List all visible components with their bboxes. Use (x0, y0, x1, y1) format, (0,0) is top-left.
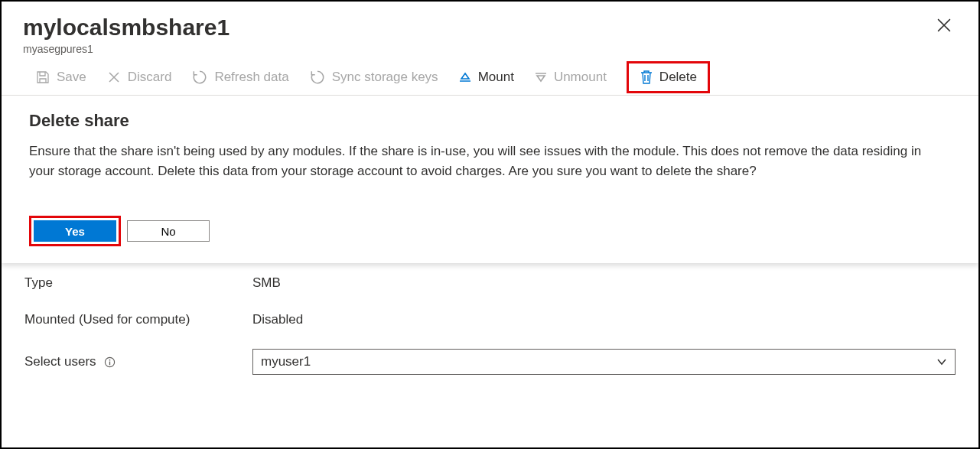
mount-label: Mount (478, 70, 514, 85)
discard-button[interactable]: Discard (106, 70, 172, 85)
delete-highlight: Delete (627, 61, 710, 93)
toolbar: Save Discard Refresh data Sync storage k… (2, 58, 978, 96)
dialog-actions: Yes No (29, 216, 951, 246)
delete-button[interactable]: Delete (640, 70, 697, 85)
unmount-icon (534, 70, 548, 84)
no-button[interactable]: No (127, 220, 210, 242)
refresh-label: Refresh data (214, 70, 288, 85)
unmount-label: Unmount (554, 70, 607, 85)
type-row: Type SMB (24, 271, 956, 301)
svg-rect-2 (109, 362, 110, 366)
trash-icon (640, 70, 653, 85)
select-users-label: Select users (24, 354, 252, 369)
refresh-icon (191, 69, 208, 86)
info-icon[interactable] (104, 356, 116, 368)
type-label: Type (24, 275, 252, 291)
mounted-value: Disabled (252, 312, 303, 327)
mounted-row: Mounted (Used for compute) Disabled (24, 301, 956, 338)
save-label: Save (57, 70, 86, 85)
save-button[interactable]: Save (35, 70, 86, 85)
select-users-row: Select users myuser1 (24, 338, 956, 386)
sync-button[interactable]: Sync storage keys (309, 69, 438, 86)
delete-label: Delete (659, 70, 697, 85)
type-value: SMB (252, 275, 281, 291)
unmount-button[interactable]: Unmount (534, 70, 607, 85)
page-title: mylocalsmbshare1 (23, 14, 957, 41)
refresh-button[interactable]: Refresh data (191, 69, 288, 86)
dialog-body: Ensure that the share isn't being used b… (29, 142, 924, 181)
mount-icon (458, 70, 472, 84)
svg-point-1 (109, 360, 111, 361)
header: mylocalsmbshare1 myasegpures1 (2, 2, 978, 58)
sync-label: Sync storage keys (332, 70, 438, 85)
save-icon (35, 70, 50, 85)
select-users-value: myuser1 (261, 354, 311, 369)
select-users-dropdown[interactable]: myuser1 (252, 349, 956, 375)
mount-button[interactable]: Mount (458, 70, 514, 85)
mounted-label: Mounted (Used for compute) (24, 312, 252, 327)
yes-highlight: Yes (29, 216, 121, 246)
close-icon (937, 18, 951, 32)
chevron-down-icon (936, 356, 947, 367)
details-section: Type SMB Mounted (Used for compute) Disa… (2, 263, 978, 401)
discard-icon (106, 70, 122, 85)
page-subtitle: myasegpures1 (23, 43, 957, 55)
discard-label: Discard (128, 70, 172, 85)
sync-icon (309, 69, 326, 86)
delete-confirm-panel: Delete share Ensure that the share isn't… (2, 96, 978, 263)
yes-button[interactable]: Yes (34, 220, 116, 242)
dialog-title: Delete share (29, 111, 951, 131)
close-button[interactable] (937, 18, 952, 34)
